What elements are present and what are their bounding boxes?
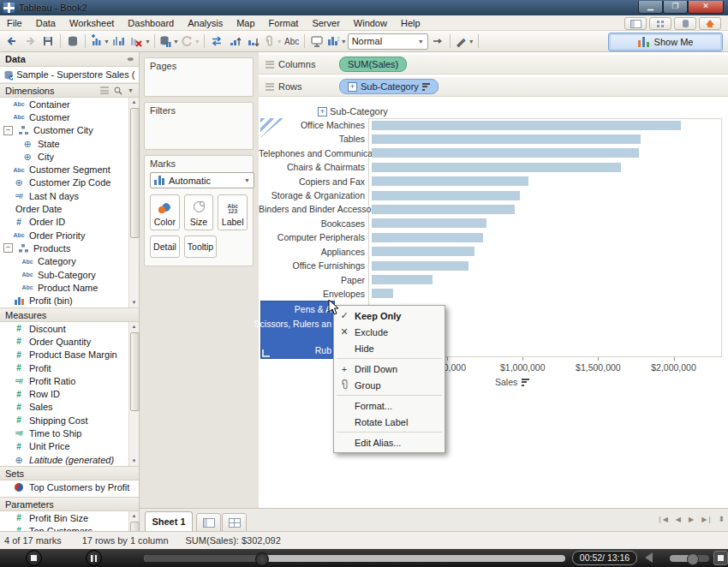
- columns-pill-sum-sales[interactable]: SUM(Sales): [339, 57, 407, 72]
- swap-axes-button[interactable]: [208, 33, 225, 50]
- detail-button[interactable]: Detail: [150, 236, 180, 258]
- scroll-up-icon[interactable]: ▲: [129, 322, 139, 331]
- close-button[interactable]: ✕: [688, 1, 724, 14]
- bar-mark-9[interactable]: [372, 247, 474, 256]
- new-worksheet-tab-button[interactable]: [222, 513, 247, 532]
- menu-item-format[interactable]: Format: [262, 16, 306, 30]
- field-item[interactable]: Top Customers by Profit: [0, 480, 139, 493]
- row-header-7[interactable]: Bookcases: [259, 218, 365, 229]
- stop-button[interactable]: [26, 550, 42, 566]
- data-pane-pin-icon[interactable]: ⇹: [127, 55, 134, 63]
- field-item[interactable]: ⊕Latitude (generated): [0, 453, 139, 466]
- panes-toggle-icon[interactable]: [624, 17, 647, 30]
- row-header-1[interactable]: Tables: [259, 134, 365, 144]
- bar-mark-12[interactable]: [372, 289, 393, 298]
- rows-pill-subcategory[interactable]: + Sub-Category: [339, 79, 439, 94]
- tooltip-button[interactable]: Tooltip: [184, 236, 217, 258]
- field-item[interactable]: #Shipping Cost: [0, 414, 139, 427]
- bar-mark-11[interactable]: [372, 275, 433, 284]
- data-source-item[interactable]: Sample - Superstore Sales (Ex...: [0, 67, 139, 83]
- context-menu-item-keep-only[interactable]: ✓Keep Only: [334, 307, 445, 324]
- pause-updates-button[interactable]: ▼: [158, 33, 179, 50]
- scroll-down-icon[interactable]: ▼: [129, 298, 139, 307]
- collapse-expander-icon[interactable]: −: [3, 126, 13, 135]
- scroll-up-icon[interactable]: ▲: [129, 98, 139, 107]
- context-menu-item-hide[interactable]: Hide: [334, 340, 445, 356]
- context-menu-item-drill-down[interactable]: +Drill Down: [334, 361, 445, 377]
- field-item[interactable]: AbcContainer: [0, 98, 139, 110]
- row-header-6[interactable]: Binders and Binder Accessor..: [259, 204, 365, 214]
- home-button[interactable]: [699, 17, 721, 30]
- highlight-button[interactable]: ▼: [454, 33, 474, 50]
- row-header-0[interactable]: Office Machines: [259, 120, 365, 130]
- last-tab-button[interactable]: ▶❘: [701, 516, 713, 523]
- bar-mark-0[interactable]: [372, 121, 681, 130]
- video-progress-track[interactable]: [144, 555, 565, 562]
- scroll-down-icon[interactable]: ▼: [129, 457, 139, 466]
- bar-mark-2[interactable]: [372, 148, 639, 158]
- volume-knob[interactable]: [687, 553, 699, 565]
- field-item[interactable]: =#Last N days: [0, 189, 139, 202]
- menu-item-map[interactable]: Map: [230, 16, 261, 30]
- label-button[interactable]: Abc123 Label: [218, 194, 248, 230]
- new-worksheet-button[interactable]: ▼: [89, 33, 110, 50]
- row-field-header[interactable]: + Sub-Category: [318, 106, 388, 116]
- fit-view-button[interactable]: ▼: [326, 33, 347, 50]
- bar-mark-10[interactable]: [372, 261, 468, 271]
- view-size-select[interactable]: Normal▼: [348, 33, 428, 50]
- next-tab-button[interactable]: ▶: [689, 516, 694, 523]
- context-menu-item-exclude[interactable]: ✕Exclude: [334, 324, 445, 340]
- field-item[interactable]: AbcCustomer Segment: [0, 163, 139, 176]
- row-header-9[interactable]: Appliances: [259, 247, 365, 257]
- field-item[interactable]: ⊕State: [0, 137, 139, 150]
- field-item[interactable]: −Customer City: [0, 124, 139, 137]
- row-header-11[interactable]: Paper: [259, 275, 365, 285]
- minimize-button[interactable]: ▁: [638, 1, 663, 14]
- menu-item-help[interactable]: Help: [394, 16, 427, 30]
- data-source-button[interactable]: [64, 33, 81, 50]
- refresh-button[interactable]: ▼: [180, 33, 200, 50]
- row-header-3[interactable]: Chairs & Chairmats: [259, 162, 365, 172]
- view-data-grid-icon[interactable]: [100, 87, 109, 94]
- menu-item-window[interactable]: Window: [347, 16, 394, 30]
- bar-mark-8[interactable]: [372, 233, 483, 242]
- volume-slider[interactable]: [670, 555, 709, 562]
- pill-sort-icon[interactable]: [422, 83, 430, 91]
- field-item[interactable]: #Order Quantity: [0, 335, 139, 348]
- menu-item-analysis[interactable]: Analysis: [181, 16, 230, 30]
- scrollbar[interactable]: ▲▼: [128, 98, 139, 307]
- bar-mark-7[interactable]: [372, 218, 486, 228]
- server-toggle-icon[interactable]: [674, 17, 696, 30]
- search-icon[interactable]: [114, 87, 122, 95]
- prev-tab-button[interactable]: ◀: [676, 516, 681, 523]
- menu-item-dashboard[interactable]: Dashboard: [121, 16, 181, 30]
- bar-mark-1[interactable]: [372, 134, 641, 144]
- field-item[interactable]: ⊕Customer Zip Code: [0, 176, 139, 189]
- row-header-2[interactable]: Telephones and Communicat..: [259, 148, 365, 158]
- field-item[interactable]: #Row ID: [0, 387, 139, 400]
- show-labels-button[interactable]: Abc: [283, 33, 301, 50]
- redo-button[interactable]: [21, 33, 39, 50]
- bar-mark-3[interactable]: [372, 163, 621, 172]
- presentation-mode-button[interactable]: [308, 33, 325, 50]
- menu-item-server[interactable]: Server: [305, 16, 346, 30]
- fullscreen-button[interactable]: [713, 551, 728, 565]
- row-header-4[interactable]: Copiers and Fax: [259, 176, 365, 187]
- field-item[interactable]: ⊕City: [0, 150, 139, 163]
- speaker-icon[interactable]: [645, 552, 653, 563]
- row-header-10[interactable]: Office Furnishings: [259, 260, 365, 271]
- axis-sort-icon[interactable]: [522, 379, 529, 386]
- sort-descending-button[interactable]: [244, 33, 261, 50]
- collapse-expander-icon[interactable]: −: [3, 243, 13, 253]
- field-item[interactable]: −Products: [0, 242, 139, 254]
- group-members-button[interactable]: ▼: [262, 33, 283, 50]
- show-me-button[interactable]: Show Me: [608, 33, 723, 51]
- save-button[interactable]: [39, 33, 57, 50]
- tab-sheet1[interactable]: Sheet 1: [145, 511, 193, 532]
- field-item[interactable]: Profit (bin): [0, 294, 139, 307]
- row-header-8[interactable]: Computer Peripherals: [259, 232, 365, 242]
- scrollbar[interactable]: ▲▼: [128, 322, 139, 466]
- field-item[interactable]: #Profit Bin Size: [0, 511, 139, 524]
- row-header-12[interactable]: Envelopes: [259, 289, 365, 299]
- field-item[interactable]: =#Profit Ratio: [0, 374, 139, 387]
